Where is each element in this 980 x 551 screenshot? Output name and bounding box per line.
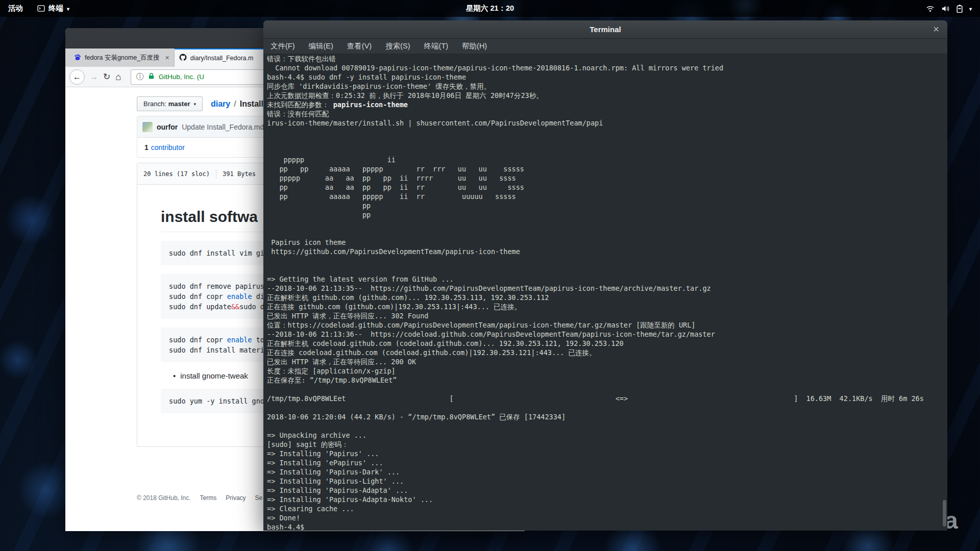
terminal-line: pp: [267, 210, 942, 219]
menu-item[interactable]: 编辑(E): [309, 41, 333, 51]
menu-item[interactable]: 查看(V): [347, 41, 372, 51]
terminal-title: Terminal: [590, 25, 621, 34]
terminal-line: [267, 219, 942, 229]
terminal-line: pp pp aaaaa ppppp rr rrr uu uu sssss: [267, 164, 942, 173]
footer-link[interactable]: Se: [255, 494, 263, 502]
reload-button[interactable]: ↻: [103, 71, 110, 82]
tab-baidu-search[interactable]: fedora 安装gnome_百度搜 ×: [69, 48, 175, 67]
branch-label: Branch:: [143, 100, 166, 108]
terminal-line: 上次元数据过期检查：0:25:32 前，执行于 2018年10月06日 星期六 …: [267, 91, 942, 100]
caret-down-icon: ▾: [969, 6, 972, 12]
terminal-line: => Unpacking archive ...: [267, 431, 942, 440]
activities-button[interactable]: 活动: [0, 0, 31, 17]
volume-icon: [941, 5, 950, 12]
app-menu-terminal[interactable]: 终端 ▾: [31, 0, 76, 17]
terminal-line: 错误：没有任何匹配: [267, 109, 942, 118]
terminal-line: pp aaaaa ppppp ii rr uuuuu sssss: [267, 192, 942, 201]
terminal-titlebar[interactable]: Terminal ×: [263, 20, 947, 39]
terminal-line: [267, 137, 942, 146]
terminal-line: [267, 403, 942, 412]
gnome-top-bar: 活动 终端 ▾ 星期六 21：20 ▾: [0, 0, 980, 17]
terminal-line: ppppp aa aa pp pp ii rrrr uu uu ssss: [267, 173, 942, 183]
forward-button[interactable]: →: [90, 72, 98, 82]
terminal-line: => Installing 'Papirus-Adapta-Nokto' ...: [267, 495, 942, 504]
terminal-line: [267, 146, 942, 155]
terminal-output[interactable]: 错误：下载软件包出错 Cannot download 00789019-papi…: [267, 54, 942, 531]
footer-link[interactable]: Terms: [200, 494, 217, 502]
terminal-line: https://github.com/PapirusDevelopmentTea…: [267, 247, 942, 256]
contributor-label: contributor: [151, 143, 185, 152]
branch-name: master: [168, 100, 190, 108]
menu-item[interactable]: 搜索(S): [385, 41, 410, 51]
terminal-line: 正在保存至: “/tmp/tmp.8vQP8WLEet”: [267, 375, 942, 385]
terminal-line: [267, 128, 942, 137]
terminal-line: 正在连接 github.com (github.com)|192.30.253.…: [267, 302, 942, 311]
chevron-down-icon: ▾: [193, 102, 196, 107]
github-footer: © 2018 GitHub, Inc. TermsPrivacySe: [137, 494, 262, 502]
breadcrumb-separator: /: [234, 99, 236, 108]
page-info-icon[interactable]: ⓘ: [136, 72, 144, 82]
terminal-line: bash-4.4$: [267, 522, 942, 531]
terminal-line: [267, 421, 942, 431]
terminal-line: bash-4.4$ sudo dnf -y install papirus-ic…: [267, 72, 942, 82]
terminal-line: => Done!: [267, 513, 942, 522]
terminal-line: 长度：未指定 [application/x-gzip]: [267, 366, 942, 375]
terminal-line: => Installing 'ePapirus' ...: [267, 458, 942, 467]
terminal-line: pp: [267, 201, 942, 210]
tab-title: diary/Install_Fedora.m: [190, 55, 254, 62]
terminal-line: Papirus icon theme: [267, 238, 942, 247]
system-status-area[interactable]: ▾: [922, 0, 976, 17]
breadcrumb-dir-link[interactable]: diary: [211, 99, 230, 108]
terminal-app-icon: [37, 5, 45, 12]
battery-icon: [957, 5, 963, 13]
terminal-line: [267, 229, 942, 238]
file-lines-count: 20 lines (17 sloc): [143, 170, 210, 178]
terminal-menubar: 文件(F)编辑(E)查看(V)搜索(S)终端(T)帮助(H): [263, 39, 947, 54]
contributor-count: 1: [144, 143, 149, 152]
commit-author-link[interactable]: ourfor: [157, 123, 178, 131]
terminal-line: [267, 385, 942, 394]
terminal-line: => Installing 'Papirus-Dark' ...: [267, 467, 942, 477]
github-favicon-icon: [179, 54, 187, 63]
commit-message-link[interactable]: Update Install_Fedora.md: [182, 123, 264, 131]
lock-icon: [148, 72, 155, 82]
tab-title: fedora 安装gnome_百度搜: [85, 54, 160, 62]
footer-links: TermsPrivacySe: [200, 494, 263, 502]
terminal-line: 2018-10-06 21:20:04 (44.2 KB/s) - “/tmp/…: [267, 412, 942, 421]
divider: [216, 169, 216, 179]
caret-down-icon: ▾: [67, 6, 69, 12]
terminal-line: ppppp ii: [267, 155, 942, 164]
terminal-line: 同步仓库 'dirkdavidis-papirus-icon-theme' 缓存…: [267, 82, 942, 91]
terminal-line: 正在解析主机 codeload.github.com (codeload.git…: [267, 339, 942, 348]
baidu-favicon-icon: [74, 54, 81, 62]
terminal-line: irus-icon-theme/master/install.sh | shus…: [267, 118, 942, 128]
terminal-line: 正在连接 codeload.github.com (codeload.githu…: [267, 348, 942, 357]
terminal-line: => Installing 'Papirus-Adapta' ...: [267, 486, 942, 495]
menu-item[interactable]: 帮助(H): [462, 41, 487, 51]
close-icon[interactable]: ×: [933, 23, 939, 35]
terminal-line: [sudo] sagit 的密码：: [267, 440, 942, 449]
back-button[interactable]: ←: [69, 69, 85, 85]
menu-item[interactable]: 文件(F): [271, 41, 295, 51]
file-size: 391 Bytes: [223, 170, 256, 178]
terminal-line: [267, 265, 942, 274]
terminal-line: /tmp/tmp.8vQP8WLEet [ <=> ] 16.63M 42.1K…: [267, 394, 942, 403]
terminal-line: Cannot download 00789019-papirus-icon-th…: [267, 63, 942, 72]
scrollbar-handle[interactable]: [943, 500, 946, 527]
terminal-line: --2018-10-06 21:13:35-- https://github.c…: [267, 284, 942, 293]
terminal-line: 位置：https://codeload.github.com/PapirusDe…: [267, 320, 942, 330]
wifi-icon: [926, 5, 935, 12]
site-identity-label[interactable]: GitHub, Inc. (U: [159, 73, 204, 81]
terminal-line: 已发出 HTTP 请求，正在等待回应... 302 Found: [267, 311, 942, 320]
app-menu-label: 终端: [48, 4, 63, 13]
branch-selector-button[interactable]: Branch: master ▾: [137, 96, 203, 111]
tab-close-icon[interactable]: ×: [165, 54, 169, 62]
home-button[interactable]: ⌂: [115, 71, 121, 83]
menu-item[interactable]: 终端(T): [424, 41, 449, 51]
footer-link[interactable]: Privacy: [226, 494, 246, 502]
avatar[interactable]: [142, 122, 153, 132]
terminal-line: => Clearing cache ...: [267, 504, 942, 513]
clock[interactable]: 星期六 21：20: [466, 0, 514, 17]
terminal-line: 未找到匹配的参数： papirus-icon-theme: [267, 100, 942, 109]
copyright: © 2018 GitHub, Inc.: [137, 494, 191, 502]
